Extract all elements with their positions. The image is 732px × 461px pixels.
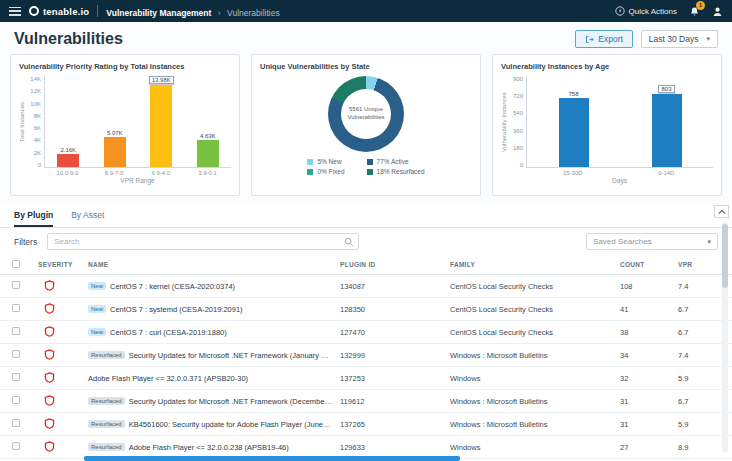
row-checkbox[interactable] xyxy=(12,304,20,312)
column-header-name[interactable]: NAME xyxy=(84,255,336,275)
row-checkbox[interactable] xyxy=(12,442,20,450)
bar-rect xyxy=(57,154,79,167)
count-cell: 32 xyxy=(616,367,674,390)
table-row[interactable]: Adobe Flash Player <= 32.0.0.371 (APSB20… xyxy=(0,367,732,390)
saved-searches-dropdown[interactable]: Saved Searches ▾ xyxy=(586,233,718,250)
row-checkbox[interactable] xyxy=(12,419,20,427)
export-button[interactable]: Export xyxy=(575,30,633,48)
filters-button[interactable]: Filters xyxy=(14,237,37,247)
bar-value-label: 758 xyxy=(568,91,578,97)
plugin-name-link[interactable]: Security Updates for Microsoft .NET Fram… xyxy=(129,397,336,406)
vertical-scrollbar-thumb[interactable] xyxy=(722,224,728,288)
chart-bar-8.9-7.0[interactable]: 5.07K xyxy=(97,76,133,167)
bar-rect xyxy=(104,137,126,167)
plugin-name-link[interactable]: Adobe Flash Player <= 32.0.0.238 (APSB19… xyxy=(129,443,289,452)
status-badge: New xyxy=(88,305,106,313)
table-row[interactable]: ResurfacedSecurity Updates for Microsoft… xyxy=(0,344,732,367)
page-header-actions: Export Last 30 Days ▾ xyxy=(575,30,718,48)
topbar-divider xyxy=(97,5,98,17)
top-navigation-bar: tenable.io Vulnerability Management › Vu… xyxy=(0,0,732,22)
plugin-name-link[interactable]: Adobe Flash Player <= 32.0.0.371 (APSB20… xyxy=(88,374,248,383)
breadcrumb-separator: › xyxy=(218,8,221,18)
tab-by-asset[interactable]: By Asset xyxy=(71,210,104,227)
donut-center-label: 5561 Unique Vulnerabilities xyxy=(341,89,391,139)
chart-bar-10.0-9.0[interactable]: 2.16K xyxy=(50,76,86,167)
family-cell: CentOS Local Security Checks xyxy=(446,275,616,298)
y-tick-label: 12K xyxy=(30,88,41,94)
table-row[interactable]: NewCentOS 7 : kernel (CESA-2020:0374)134… xyxy=(0,275,732,298)
view-tabs: By PluginBy Asset xyxy=(0,204,732,228)
plugin-name-link[interactable]: CentOS 7 : systemd (CESA-2019:2091) xyxy=(110,305,243,314)
y-axis-ticks: 14K12K10K8K6K4K2K0 xyxy=(28,76,44,168)
y-tick-label: 10K xyxy=(30,101,41,107)
row-checkbox[interactable] xyxy=(12,373,20,381)
bar-value-label: 803 xyxy=(658,85,674,93)
family-cell: Windows xyxy=(446,436,616,459)
x-axis-label: Days xyxy=(501,177,713,184)
status-badge: Resurfaced xyxy=(88,351,125,359)
plugin-id-cell: 127470 xyxy=(336,321,446,344)
topbar-actions: Quick Actions 1 xyxy=(615,6,723,17)
breadcrumb-section[interactable]: Vulnerability Management xyxy=(106,8,211,18)
column-header-count[interactable]: COUNT xyxy=(616,255,674,275)
table-header-row: SEVERITY NAME PLUGIN ID FAMILY COUNT VPR xyxy=(0,255,732,275)
chart-bar-0-14D[interactable]: 803 xyxy=(632,76,702,167)
chart-bar-3.9-0.1[interactable]: 4.63K xyxy=(190,76,226,167)
x-category-label: 10.0-9.0 xyxy=(49,168,85,176)
collapse-charts-button[interactable] xyxy=(714,205,729,218)
plugin-id-cell: 134087 xyxy=(336,275,446,298)
column-header-family[interactable]: FAMILY xyxy=(446,255,616,275)
horizontal-scrollbar-thumb[interactable] xyxy=(84,456,460,461)
user-profile-icon[interactable] xyxy=(712,6,723,17)
notifications-button[interactable]: 1 xyxy=(689,6,700,17)
row-checkbox[interactable] xyxy=(12,327,20,335)
menu-icon[interactable] xyxy=(9,7,21,16)
donut-legend: 5% New0% Fixed77% Active18% Resurfaced xyxy=(307,158,424,175)
y-tick-label: 14K xyxy=(30,76,41,82)
table-row[interactable]: NewCentOS 7 : systemd (CESA-2019:2091)12… xyxy=(0,298,732,321)
x-axis-label: VPR Range xyxy=(19,177,231,184)
table-row[interactable]: ResurfacedKB4561600: Security update for… xyxy=(0,413,732,436)
chart-title: Vulnerability Instances by Age xyxy=(501,62,713,71)
plugin-name-link[interactable]: KB4561600: Security update for Adobe Fla… xyxy=(129,420,336,429)
chart-bar-15-30D[interactable]: 758 xyxy=(539,76,609,167)
plugin-name-link[interactable]: CentOS 7 : kernel (CESA-2020:0374) xyxy=(110,282,235,291)
table-row[interactable]: NewCentOS 7 : curl (CESA-2019:1880)12747… xyxy=(0,321,732,344)
row-checkbox[interactable] xyxy=(12,350,20,358)
state-donut-chart[interactable]: 5561 Unique Vulnerabilities xyxy=(328,76,404,152)
saved-searches-label: Saved Searches xyxy=(593,237,652,246)
row-checkbox[interactable] xyxy=(12,396,20,404)
quick-actions-button[interactable]: Quick Actions xyxy=(615,6,677,16)
quick-actions-icon xyxy=(615,6,625,16)
status-badge: New xyxy=(88,328,106,336)
tenable-logo[interactable]: tenable.io xyxy=(29,6,89,17)
chart-bar-6.9-4.0[interactable]: 13.98K xyxy=(143,76,179,167)
table-row[interactable]: ResurfacedSecurity Updates for Microsoft… xyxy=(0,390,732,413)
column-header-severity[interactable]: SEVERITY xyxy=(34,255,84,275)
count-cell: 38 xyxy=(616,321,674,344)
search-input[interactable] xyxy=(54,237,340,246)
date-range-dropdown[interactable]: Last 30 Days ▾ xyxy=(641,30,718,48)
count-cell: 31 xyxy=(616,390,674,413)
row-checkbox[interactable] xyxy=(12,281,20,289)
y-tick-label: 4K xyxy=(34,137,41,143)
plugin-id-cell: 132999 xyxy=(336,344,446,367)
plugin-name-link[interactable]: CentOS 7 : curl (CESA-2019:1880) xyxy=(110,328,227,337)
status-badge: Resurfaced xyxy=(88,443,125,451)
plugin-name-link[interactable]: Security Updates for Microsoft .NET Fram… xyxy=(129,351,336,360)
plugins-table: SEVERITY NAME PLUGIN ID FAMILY COUNT VPR… xyxy=(0,255,732,461)
y-tick-label: 180 xyxy=(513,145,523,151)
family-cell: Windows : Microsoft Bulletins xyxy=(446,413,616,436)
y-tick-label: 0 xyxy=(520,162,523,168)
count-cell: 108 xyxy=(616,275,674,298)
severity-critical-icon xyxy=(44,376,55,385)
severity-critical-icon xyxy=(44,422,55,431)
select-all-checkbox[interactable] xyxy=(12,260,20,268)
severity-critical-icon xyxy=(44,330,55,339)
tab-by-plugin[interactable]: By Plugin xyxy=(14,210,53,227)
vpr-by-instances-card: Vulnerability Priority Rating by Total I… xyxy=(10,54,240,196)
column-header-plugin-id[interactable]: PLUGIN ID xyxy=(336,255,446,275)
plugin-id-cell: 119612 xyxy=(336,390,446,413)
vertical-scrollbar[interactable] xyxy=(722,222,728,453)
y-tick-label: 720 xyxy=(513,93,523,99)
